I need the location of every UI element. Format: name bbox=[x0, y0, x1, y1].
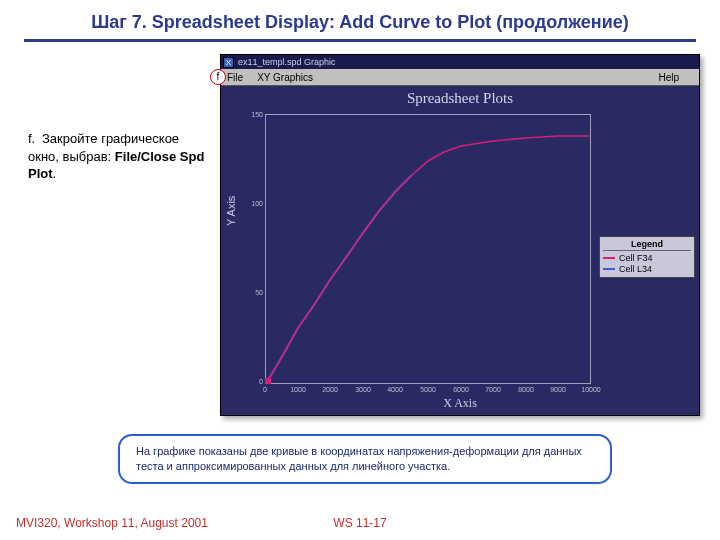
legend-row-1: Cell L34 bbox=[603, 264, 691, 274]
menu-xy-graphics[interactable]: XY Graphics bbox=[257, 72, 313, 83]
xtick-3: 3000 bbox=[355, 386, 371, 393]
plot-title: Spreadsheet Plots bbox=[221, 86, 699, 107]
xtick-5: 5000 bbox=[420, 386, 436, 393]
page-title: Шаг 7. Spreadsheet Display: Add Curve to… bbox=[0, 0, 720, 39]
instruction-item: f.Закройте графическое окно, выбрав: Fil… bbox=[28, 130, 208, 183]
instruction-letter: f. bbox=[28, 130, 42, 148]
content-area: f.Закройте графическое окно, выбрав: Fil… bbox=[0, 52, 720, 472]
curve-cell-f34 bbox=[267, 136, 589, 382]
menu-help[interactable]: Help bbox=[658, 72, 679, 83]
plot-area: Spreadsheet Plots Y Axis X Axis 0 50 100… bbox=[221, 86, 699, 415]
legend-swatch-0 bbox=[603, 257, 615, 259]
plot-curves bbox=[265, 114, 591, 384]
window-menubar: File XY Graphics Help bbox=[221, 69, 699, 86]
x-axis-label: X Axis bbox=[221, 396, 699, 411]
step-marker-f: f bbox=[210, 69, 226, 85]
ytick-2: 100 bbox=[239, 200, 263, 207]
legend-row-0: Cell F34 bbox=[603, 253, 691, 263]
xtick-9: 9000 bbox=[550, 386, 566, 393]
legend-label-1: Cell L34 bbox=[619, 264, 652, 274]
legend-swatch-1 bbox=[603, 268, 615, 270]
xtick-10: 10000 bbox=[581, 386, 600, 393]
plot-legend: Legend Cell F34 Cell L34 bbox=[599, 236, 695, 278]
window-control-icon[interactable]: X bbox=[223, 57, 234, 68]
graphic-window: X ex11_templ.spd Graphic File XY Graphic… bbox=[220, 54, 700, 416]
xtick-1: 1000 bbox=[290, 386, 306, 393]
xtick-6: 6000 bbox=[453, 386, 469, 393]
xtick-0: 0 bbox=[263, 386, 267, 393]
legend-label-0: Cell F34 bbox=[619, 253, 653, 263]
menu-file[interactable]: File bbox=[227, 72, 243, 83]
window-titlebar: X ex11_templ.spd Graphic bbox=[221, 55, 699, 69]
ytick-3: 150 bbox=[239, 111, 263, 118]
ytick-0: 0 bbox=[239, 378, 263, 385]
xtick-2: 2000 bbox=[322, 386, 338, 393]
legend-title: Legend bbox=[603, 239, 691, 251]
xtick-4: 4000 bbox=[387, 386, 403, 393]
xtick-8: 8000 bbox=[518, 386, 534, 393]
y-axis-label: Y Axis bbox=[225, 196, 237, 226]
xtick-7: 7000 bbox=[485, 386, 501, 393]
ytick-1: 50 bbox=[239, 289, 263, 296]
title-rule bbox=[24, 39, 696, 42]
curve-cell-l34 bbox=[267, 175, 412, 382]
instruction-text-c: . bbox=[53, 166, 57, 181]
footer-center: WS 11-17 bbox=[0, 516, 720, 530]
caption-box: На графике показаны две кривые в координ… bbox=[118, 434, 612, 484]
origin-marker-icon bbox=[265, 378, 271, 384]
window-title-text: ex11_templ.spd Graphic bbox=[238, 57, 336, 67]
